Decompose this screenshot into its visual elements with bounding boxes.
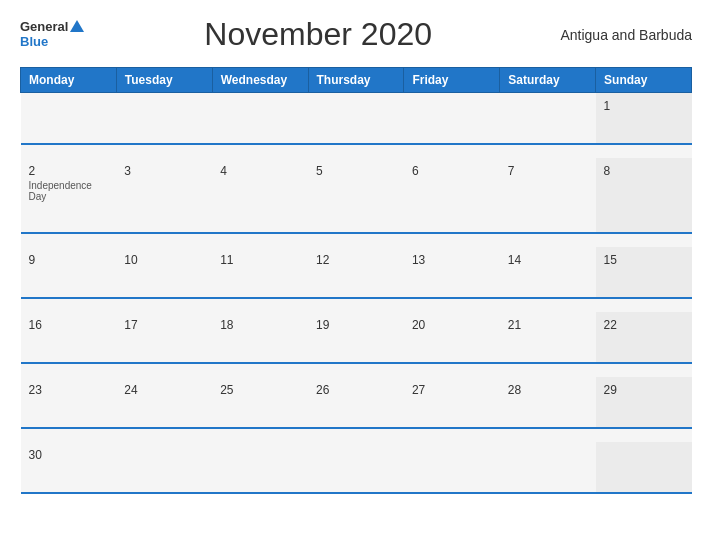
day-cell: 2Independence Day <box>21 158 117 233</box>
day-cell: 24 <box>116 377 212 428</box>
day-cell: 16 <box>21 312 117 363</box>
day-cell <box>116 93 212 145</box>
day-number: 13 <box>412 253 492 267</box>
day-cell <box>404 442 500 493</box>
day-cell: 9 <box>21 247 117 298</box>
week-row-0: 1 <box>21 93 692 145</box>
day-number: 5 <box>316 164 396 178</box>
day-number: 21 <box>508 318 588 332</box>
day-cell <box>500 93 596 145</box>
day-number: 10 <box>124 253 204 267</box>
day-cell <box>212 442 308 493</box>
calendar-container: General Blue November 2020 Antigua and B… <box>0 0 712 550</box>
logo-triangle-icon <box>70 20 84 32</box>
day-cell: 8 <box>596 158 692 233</box>
calendar-table: MondayTuesdayWednesdayThursdayFridaySatu… <box>20 67 692 494</box>
day-cell: 3 <box>116 158 212 233</box>
day-cell: 19 <box>308 312 404 363</box>
weekday-tuesday: Tuesday <box>116 68 212 93</box>
day-cell: 21 <box>500 312 596 363</box>
day-number: 29 <box>604 383 684 397</box>
day-number: 28 <box>508 383 588 397</box>
day-cell: 13 <box>404 247 500 298</box>
day-number: 4 <box>220 164 300 178</box>
day-cell: 14 <box>500 247 596 298</box>
day-number: 30 <box>29 448 109 462</box>
day-cell <box>596 442 692 493</box>
day-number: 6 <box>412 164 492 178</box>
country-name: Antigua and Barbuda <box>552 27 692 43</box>
day-number: 8 <box>604 164 684 178</box>
day-cell <box>21 93 117 145</box>
weekday-saturday: Saturday <box>500 68 596 93</box>
day-cell <box>500 442 596 493</box>
row-spacer <box>21 298 692 312</box>
day-cell: 12 <box>308 247 404 298</box>
day-cell <box>308 442 404 493</box>
day-number: 19 <box>316 318 396 332</box>
day-number: 7 <box>508 164 588 178</box>
month-title: November 2020 <box>84 16 552 53</box>
day-cell <box>116 442 212 493</box>
day-number: 22 <box>604 318 684 332</box>
week-row-5: 30 <box>21 442 692 493</box>
day-number: 25 <box>220 383 300 397</box>
day-cell: 15 <box>596 247 692 298</box>
day-cell: 23 <box>21 377 117 428</box>
week-row-3: 16171819202122 <box>21 312 692 363</box>
day-cell: 17 <box>116 312 212 363</box>
weekday-monday: Monday <box>21 68 117 93</box>
day-cell: 22 <box>596 312 692 363</box>
day-number: 20 <box>412 318 492 332</box>
day-cell <box>404 93 500 145</box>
day-number: 11 <box>220 253 300 267</box>
day-cell: 18 <box>212 312 308 363</box>
day-cell: 20 <box>404 312 500 363</box>
day-cell: 4 <box>212 158 308 233</box>
day-number: 18 <box>220 318 300 332</box>
calendar-header: General Blue November 2020 Antigua and B… <box>20 16 692 53</box>
day-cell: 25 <box>212 377 308 428</box>
day-number: 26 <box>316 383 396 397</box>
day-number: 12 <box>316 253 396 267</box>
weekday-wednesday: Wednesday <box>212 68 308 93</box>
day-cell <box>308 93 404 145</box>
week-row-2: 9101112131415 <box>21 247 692 298</box>
day-cell: 1 <box>596 93 692 145</box>
row-spacer <box>21 428 692 442</box>
day-number: 3 <box>124 164 204 178</box>
day-cell: 26 <box>308 377 404 428</box>
logo-general-text: General <box>20 20 84 34</box>
day-cell <box>212 93 308 145</box>
day-number: 15 <box>604 253 684 267</box>
day-cell: 5 <box>308 158 404 233</box>
day-number: 24 <box>124 383 204 397</box>
holiday-label: Independence Day <box>29 180 109 202</box>
logo: General Blue <box>20 20 84 49</box>
day-number: 27 <box>412 383 492 397</box>
day-cell: 27 <box>404 377 500 428</box>
row-spacer <box>21 363 692 377</box>
row-spacer <box>21 233 692 247</box>
day-number: 23 <box>29 383 109 397</box>
day-cell: 11 <box>212 247 308 298</box>
day-number: 14 <box>508 253 588 267</box>
day-cell: 6 <box>404 158 500 233</box>
weekday-header-row: MondayTuesdayWednesdayThursdayFridaySatu… <box>21 68 692 93</box>
logo-blue-text: Blue <box>20 35 84 49</box>
day-cell: 28 <box>500 377 596 428</box>
day-cell: 30 <box>21 442 117 493</box>
week-row-1: 2Independence Day345678 <box>21 158 692 233</box>
weekday-friday: Friday <box>404 68 500 93</box>
week-row-4: 23242526272829 <box>21 377 692 428</box>
row-spacer <box>21 144 692 158</box>
weekday-thursday: Thursday <box>308 68 404 93</box>
day-number: 17 <box>124 318 204 332</box>
day-number: 1 <box>604 99 684 113</box>
day-cell: 7 <box>500 158 596 233</box>
day-number: 9 <box>29 253 109 267</box>
weekday-sunday: Sunday <box>596 68 692 93</box>
day-number: 2 <box>29 164 109 178</box>
day-cell: 10 <box>116 247 212 298</box>
day-number: 16 <box>29 318 109 332</box>
